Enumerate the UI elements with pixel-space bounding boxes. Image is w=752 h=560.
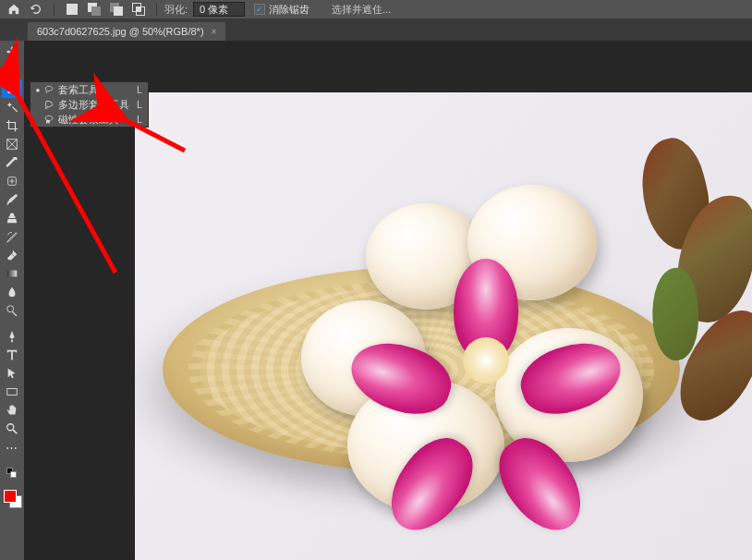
flyout-item-shortcut: L (129, 99, 142, 110)
antialiasing-label: 消除锯齿 (269, 3, 309, 17)
svg-rect-0 (7, 66, 18, 76)
antialiasing-checkbox[interactable]: ✓ 消除锯齿 (254, 3, 309, 17)
selection-add-icon[interactable] (84, 1, 104, 18)
lasso-tool-flyout: ● 套索工具 L 多边形套索工具 L 磁性套索工具 L (30, 81, 149, 128)
rectangle-tool[interactable] (2, 383, 22, 401)
svg-point-4 (7, 306, 14, 312)
flyout-lasso-tool[interactable]: ● 套索工具 L (30, 82, 148, 97)
selected-dot-icon: ● (34, 86, 42, 94)
magic-wand-tool[interactable] (2, 98, 22, 116)
divider (156, 3, 157, 16)
clone-stamp-tool[interactable] (2, 209, 22, 227)
eraser-tool[interactable] (2, 246, 22, 264)
lasso-icon (42, 84, 56, 95)
flyout-item-label: 磁性套索工具 (56, 113, 129, 127)
dodge-tool[interactable] (2, 301, 22, 320)
lasso-tool[interactable] (2, 79, 22, 98)
crop-tool[interactable] (2, 116, 22, 135)
document-tab-title: 603c7d0627625.jpg @ 50%(RGB/8*) (37, 26, 204, 37)
toolbox: ⋯ (0, 41, 24, 560)
marquee-tool[interactable] (2, 61, 22, 79)
zoom-tool[interactable] (2, 420, 22, 438)
magnetic-lasso-icon (42, 114, 56, 125)
move-tool[interactable] (2, 43, 22, 61)
undo-icon[interactable] (26, 1, 46, 18)
blur-tool[interactable] (2, 283, 22, 301)
home-icon[interactable] (4, 1, 24, 18)
svg-rect-3 (7, 271, 18, 277)
select-and-mask-button[interactable]: 选择并遮住... (322, 1, 400, 18)
eyedropper-tool[interactable] (2, 153, 22, 172)
checkbox-icon: ✓ (254, 4, 265, 15)
document-tab-bar: 603c7d0627625.jpg @ 50%(RGB/8*) × (0, 18, 752, 41)
flyout-item-shortcut: L (129, 114, 142, 125)
type-tool[interactable] (2, 346, 22, 364)
selection-intersect-icon[interactable] (128, 1, 149, 18)
color-swatches[interactable] (2, 490, 22, 510)
flyout-magnetic-lasso-tool[interactable]: 磁性套索工具 L (30, 112, 148, 127)
selection-new-icon[interactable] (62, 1, 82, 18)
default-colors-icon[interactable] (2, 464, 22, 482)
hand-tool[interactable] (2, 401, 22, 420)
frame-tool[interactable] (2, 135, 22, 153)
foreground-color-swatch[interactable] (4, 490, 17, 503)
pen-tool[interactable] (2, 327, 22, 346)
svg-rect-5 (7, 389, 18, 396)
healing-brush-tool[interactable] (2, 172, 22, 190)
brush-tool[interactable] (2, 190, 22, 209)
path-selection-tool[interactable] (2, 364, 22, 383)
selection-subtract-icon[interactable] (106, 1, 127, 18)
document-canvas[interactable] (135, 92, 752, 560)
polygonal-lasso-icon (42, 99, 56, 110)
image-content (403, 273, 569, 439)
history-brush-tool[interactable] (2, 227, 22, 246)
flyout-item-label: 套索工具 (56, 83, 129, 97)
document-tab[interactable]: 603c7d0627625.jpg @ 50%(RGB/8*) × (28, 22, 225, 41)
gradient-tool[interactable] (2, 264, 22, 283)
flyout-item-shortcut: L (129, 84, 142, 95)
feather-input[interactable] (193, 2, 245, 17)
divider (54, 3, 55, 16)
flyout-item-label: 多边形套索工具 (56, 98, 129, 112)
close-icon[interactable]: × (212, 27, 217, 37)
flyout-polygonal-lasso-tool[interactable]: 多边形套索工具 L (30, 97, 148, 112)
feather-label: 羽化: (164, 3, 188, 17)
options-bar: 羽化: ✓ 消除锯齿 选择并遮住... (0, 0, 752, 18)
image-content (597, 120, 752, 471)
edit-toolbar[interactable]: ⋯ (2, 438, 22, 457)
svg-point-6 (7, 424, 14, 431)
